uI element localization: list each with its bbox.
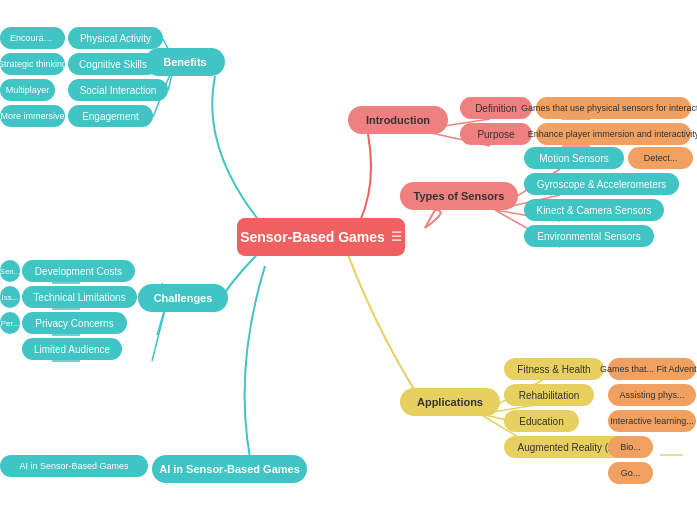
strategic-thinking-node: Strategic thinking [0,53,65,75]
tech-limitations-node: Technical Limitations [22,286,137,308]
immersive-node: More immersive [0,105,65,127]
kinect-node: Kinect & Camera Sensors [524,199,664,221]
pur-text-node: Enhance player immersion and interactivi… [536,123,691,145]
detect-node: Detect... [628,147,693,169]
cognitive-skills-node: Cognitive Skills [68,53,158,75]
encourages-active-node: Encourages active play [0,27,65,49]
games-fit-node: Games that... Fit Advent... [608,358,696,380]
environmental-node: Environmental Sensors [524,225,654,247]
ai-left-node: AI in Sensor-Based Games [0,455,148,477]
physical-activity-node: Physical Activity [68,27,163,49]
engagement-node: Engagement [68,105,153,127]
limited-audience-node: Limited Audience [22,338,122,360]
ai-games-node: AI in Sensor-Based Games [152,455,307,483]
challenges-node: Challenges [138,284,228,312]
assisting-node: Assisting phys... [608,384,696,406]
bio-node: Bio... [608,436,653,458]
sensors-left-node: Sen... [0,260,20,282]
fitness-node: Fitness & Health [504,358,604,380]
privacy-node: Privacy Concerns [22,312,127,334]
education-node: Education [504,410,579,432]
purpose-node: Purpose [460,123,532,145]
issues-left-node: Iss... [0,286,20,308]
def-text-node: Games that use physical sensors for inte… [536,97,691,119]
personal-data-node: Per... [0,312,20,334]
motion-sensors-node: Motion Sensors [524,147,624,169]
go-node: Go... [608,462,653,484]
rehab-node: Rehabilitation [504,384,594,406]
central-node: Sensor-Based Games ☰ [237,218,405,256]
dev-costs-node: Development Costs [22,260,135,282]
applications-node: Applications [400,388,500,416]
introduction-node: Introduction [348,106,448,134]
interactive-learning-node: Interactive learning... [608,410,696,432]
types-sensors-node: Types of Sensors [400,182,518,210]
menu-icon: ☰ [391,230,402,244]
multiplayer-node: Multiplayer [0,79,55,101]
svg-line-20 [425,210,435,228]
social-interaction-node: Social Interaction [68,79,168,101]
gyroscope-node: Gyroscope & Accelerometers [524,173,679,195]
